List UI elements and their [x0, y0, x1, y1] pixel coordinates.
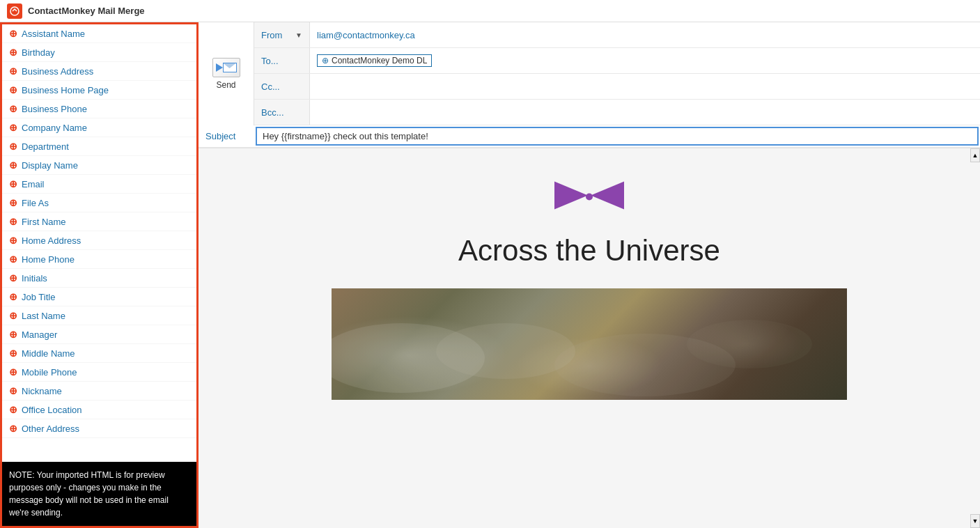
- plus-icon: ⊕: [9, 216, 17, 227]
- plus-icon: ⊕: [9, 197, 17, 208]
- svg-point-0: [10, 7, 19, 15]
- plus-icon: ⊕: [9, 103, 17, 114]
- sidebar-item-label: First Name: [22, 217, 66, 227]
- plus-icon: ⊕: [9, 141, 17, 152]
- title-bar: ContactMonkey Mail Merge: [0, 0, 980, 22]
- sidebar-item-middle-name[interactable]: ⊕ Middle Name: [2, 344, 196, 363]
- plus-icon: ⊕: [9, 84, 17, 95]
- email-fields: From ▼ liam@contactmonkey.ca To... ⊕: [254, 22, 980, 125]
- sidebar-item-assistant-name[interactable]: ⊕ Assistant Name: [2, 24, 196, 43]
- sidebar-item-email[interactable]: ⊕ Email: [2, 175, 196, 194]
- to-tag-label: ContactMonkey Demo DL: [332, 56, 427, 65]
- group-icon: ⊕: [322, 56, 329, 65]
- subject-input[interactable]: [256, 127, 979, 146]
- plus-icon: ⊕: [9, 65, 17, 77]
- sidebar-item-birthday[interactable]: ⊕ Birthday: [2, 43, 196, 62]
- sidebar-item-label: Home Address: [22, 235, 81, 246]
- subject-row: Subject: [199, 125, 980, 148]
- app-logo: [7, 3, 22, 19]
- to-button[interactable]: To...: [254, 48, 310, 73]
- plus-icon: ⊕: [9, 404, 17, 415]
- sidebar-item-manager[interactable]: ⊕ Manager: [2, 325, 196, 344]
- to-field[interactable]: ⊕ ContactMonkey Demo DL: [310, 52, 980, 70]
- scrollbar-down-arrow[interactable]: ▼: [970, 514, 980, 528]
- sidebar-item-label: File As: [22, 198, 49, 208]
- to-row: To... ⊕ ContactMonkey Demo DL: [254, 48, 980, 74]
- plus-icon: ⊕: [9, 178, 17, 189]
- sidebar-item-label: Business Address: [22, 66, 93, 77]
- sidebar-item-label: Assistant Name: [22, 29, 85, 39]
- sidebar-item-mobile-phone[interactable]: ⊕ Mobile Phone: [2, 363, 196, 382]
- sidebar-item-label: Mobile Phone: [22, 367, 77, 378]
- bcc-button[interactable]: Bcc...: [254, 100, 310, 125]
- plus-icon: ⊕: [9, 235, 17, 246]
- email-body: ▲ ▼ Across the Universe: [199, 148, 980, 528]
- content-area: Send From ▼ liam@contactmonkey.ca: [199, 22, 980, 528]
- sidebar-item-label: Office Location: [22, 405, 81, 415]
- email-title: Across the Universe: [458, 234, 720, 267]
- bcc-input[interactable]: [310, 104, 980, 121]
- plus-icon: ⊕: [9, 348, 17, 359]
- plus-icon: ⊕: [9, 310, 17, 321]
- main-layout: ⊕ Assistant Name ⊕ Birthday ⊕ Business A…: [0, 22, 980, 528]
- sidebar-list: ⊕ Assistant Name ⊕ Birthday ⊕ Business A…: [2, 24, 196, 462]
- dropdown-arrow-icon: ▼: [295, 31, 302, 39]
- email-content: Across the Universe: [199, 148, 980, 528]
- sidebar-item-job-title[interactable]: ⊕ Job Title: [2, 288, 196, 306]
- sidebar-item-label: Business Phone: [22, 104, 87, 114]
- plus-icon: ⊕: [9, 160, 17, 171]
- scrollbar-up-arrow[interactable]: ▲: [970, 148, 980, 162]
- sidebar-item-department[interactable]: ⊕ Department: [2, 137, 196, 156]
- sidebar-note-text: NOTE: Your imported HTML is for preview …: [9, 470, 169, 518]
- sidebar-item-label: Last Name: [22, 311, 65, 321]
- sidebar-item-label: Initials: [22, 273, 47, 284]
- cc-button[interactable]: Cc...: [254, 74, 310, 99]
- sidebar-item-business-address[interactable]: ⊕ Business Address: [2, 62, 196, 81]
- bowtie-icon: [554, 176, 624, 220]
- plus-icon: ⊕: [9, 291, 17, 302]
- plus-icon: ⊕: [9, 272, 17, 284]
- sidebar-item-first-name[interactable]: ⊕ First Name: [2, 212, 196, 231]
- to-tag[interactable]: ⊕ ContactMonkey Demo DL: [317, 54, 432, 67]
- plus-icon: ⊕: [9, 28, 17, 39]
- email-header: Send From ▼ liam@contactmonkey.ca: [199, 22, 980, 148]
- plus-icon: ⊕: [9, 254, 17, 265]
- sidebar-item-last-name[interactable]: ⊕ Last Name: [2, 306, 196, 325]
- sidebar-item-initials[interactable]: ⊕ Initials: [2, 269, 196, 288]
- cc-input[interactable]: [310, 79, 980, 95]
- subject-label: Subject: [199, 128, 254, 144]
- from-button[interactable]: From ▼: [254, 22, 310, 47]
- svg-point-5: [687, 320, 812, 368]
- plus-icon: ⊕: [9, 423, 17, 434]
- sidebar-item-business-phone[interactable]: ⊕ Business Phone: [2, 100, 196, 118]
- cc-row: Cc...: [254, 74, 980, 100]
- send-button-label: Send: [216, 80, 235, 90]
- sidebar-item-label: Middle Name: [22, 348, 75, 359]
- sidebar-item-office-location[interactable]: ⊕ Office Location: [2, 401, 196, 419]
- plus-icon: ⊕: [9, 366, 17, 378]
- plus-icon: ⊕: [9, 329, 17, 340]
- sidebar-item-nickname[interactable]: ⊕ Nickname: [2, 382, 196, 401]
- sidebar-item-label: Other Address: [22, 424, 79, 434]
- sidebar-item-display-name[interactable]: ⊕ Display Name: [2, 156, 196, 175]
- bcc-row: Bcc...: [254, 100, 980, 125]
- sidebar-item-label: Home Phone: [22, 254, 75, 265]
- sidebar-item-file-as[interactable]: ⊕ File As: [2, 194, 196, 212]
- plus-icon: ⊕: [9, 122, 17, 133]
- sidebar-item-label: Business Home Page: [22, 85, 109, 95]
- sidebar-item-label: Email: [22, 179, 45, 189]
- send-panel[interactable]: Send: [199, 22, 254, 125]
- app-title: ContactMonkey Mail Merge: [28, 6, 145, 16]
- sidebar: ⊕ Assistant Name ⊕ Birthday ⊕ Business A…: [0, 22, 199, 528]
- sidebar-item-business-home-page[interactable]: ⊕ Business Home Page: [2, 81, 196, 100]
- sidebar-item-label: Birthday: [22, 47, 55, 58]
- send-icon: [212, 58, 240, 77]
- sidebar-item-home-phone[interactable]: ⊕ Home Phone: [2, 250, 196, 269]
- svg-point-3: [436, 323, 575, 379]
- sidebar-item-label: Manager: [22, 329, 57, 340]
- sidebar-item-home-address[interactable]: ⊕ Home Address: [2, 231, 196, 250]
- sidebar-item-label: Department: [22, 141, 69, 152]
- email-compose-top: Send From ▼ liam@contactmonkey.ca: [199, 22, 980, 125]
- sidebar-item-company-name[interactable]: ⊕ Company Name: [2, 118, 196, 137]
- sidebar-item-other-address[interactable]: ⊕ Other Address: [2, 419, 196, 438]
